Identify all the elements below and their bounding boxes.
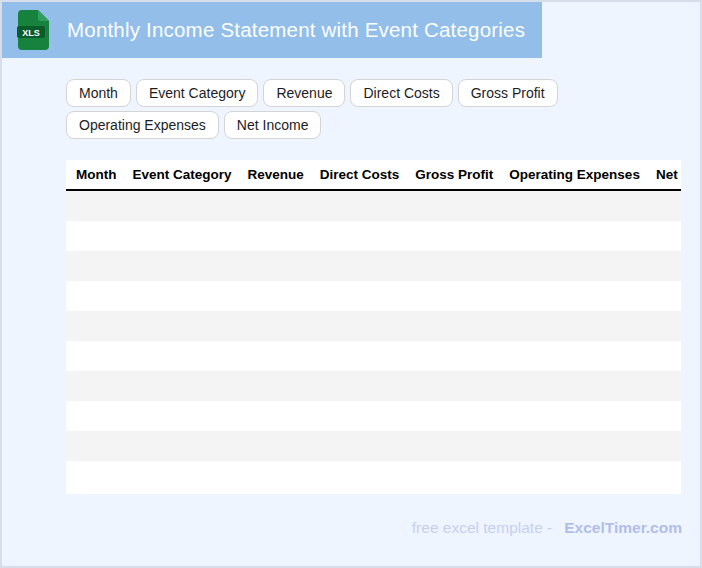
filter-chip-direct-costs[interactable]: Direct Costs: [350, 79, 452, 107]
column-header-gross-profit: Gross Profit: [415, 167, 493, 182]
table-row: [66, 431, 681, 461]
filter-chip-event-category[interactable]: Event Category: [136, 79, 259, 107]
filter-chip-revenue[interactable]: Revenue: [263, 79, 345, 107]
column-header-operating-expenses: Operating Expenses: [509, 167, 640, 182]
xls-file-icon: XLS: [15, 9, 51, 51]
column-header-net-income: Net Income: [656, 167, 681, 182]
page-title: Monthly Income Statement with Event Cate…: [67, 18, 525, 42]
footer: free excel template - ExcelTimer.com: [412, 519, 682, 537]
table-row: [66, 251, 681, 281]
table-row: [66, 221, 681, 251]
filter-chips: MonthEvent CategoryRevenueDirect CostsGr…: [66, 79, 566, 139]
column-header-revenue: Revenue: [248, 167, 304, 182]
column-header-month: Month: [76, 167, 116, 182]
filter-chip-net-income[interactable]: Net Income: [224, 111, 322, 139]
table-row: [66, 341, 681, 371]
template-preview-page: XLS Monthly Income Statement with Event …: [0, 0, 702, 568]
income-statement-table: MonthEvent CategoryRevenueDirect CostsGr…: [66, 160, 681, 494]
filter-chip-operating-expenses[interactable]: Operating Expenses: [66, 111, 219, 139]
table-row: [66, 461, 681, 491]
filter-chip-gross-profit[interactable]: Gross Profit: [458, 79, 558, 107]
table-body: [66, 191, 681, 491]
filter-chip-month[interactable]: Month: [66, 79, 131, 107]
footer-brand-link[interactable]: ExcelTimer.com: [564, 519, 682, 537]
column-header-direct-costs: Direct Costs: [320, 167, 400, 182]
table-row: [66, 191, 681, 221]
table-row: [66, 401, 681, 431]
table-row: [66, 281, 681, 311]
column-header-event-category: Event Category: [132, 167, 231, 182]
table-row: [66, 311, 681, 341]
table-row: [66, 371, 681, 401]
title-bar: XLS Monthly Income Statement with Event …: [2, 2, 542, 58]
table-header-row: MonthEvent CategoryRevenueDirect CostsGr…: [66, 160, 681, 191]
footer-caption: free excel template -: [412, 519, 552, 537]
xls-icon-label: XLS: [22, 28, 40, 38]
